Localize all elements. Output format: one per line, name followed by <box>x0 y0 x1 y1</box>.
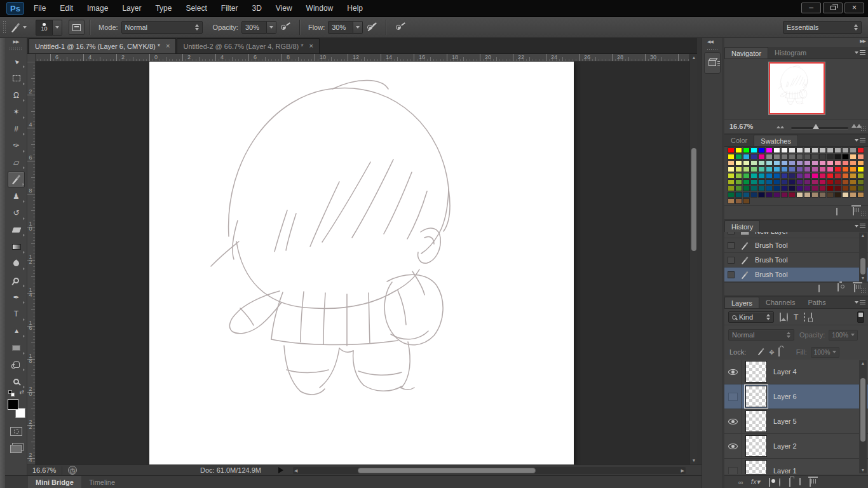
zoom-out-icon[interactable] <box>776 126 784 128</box>
dodge-tool[interactable] <box>8 273 25 288</box>
layer-blend-mode-select[interactable]: Normal <box>728 329 794 341</box>
menu-3d[interactable]: 3D <box>245 0 268 17</box>
swatch[interactable] <box>735 198 742 204</box>
menu-select[interactable]: Select <box>179 0 214 17</box>
strip-grip[interactable] <box>707 48 718 51</box>
filter-toggle-switch[interactable] <box>857 311 864 323</box>
swatch[interactable] <box>857 173 864 179</box>
swatch[interactable] <box>804 154 811 159</box>
tablet-pressure-opacity-icon[interactable] <box>280 22 290 32</box>
history-source-checkbox[interactable] <box>728 242 735 249</box>
scroll-up-icon[interactable]: ▲ <box>859 233 867 239</box>
layer-visibility-cell[interactable] <box>724 459 742 475</box>
swatch[interactable] <box>834 154 841 159</box>
pen-tool[interactable]: ✒ <box>8 289 25 305</box>
layer-visibility-cell[interactable] <box>724 360 742 384</box>
close-button[interactable]: × <box>844 3 864 13</box>
navigator-proxy-view[interactable] <box>769 62 825 114</box>
swatch[interactable] <box>735 186 742 191</box>
link-layers-button[interactable]: ∞ <box>738 478 742 486</box>
collapse-tools-button[interactable]: ▶▶ <box>5 39 27 44</box>
swatch[interactable] <box>804 179 811 185</box>
swatch[interactable] <box>750 147 757 153</box>
opacity-arrow[interactable] <box>267 21 276 34</box>
layer-thumbnail[interactable] <box>745 386 767 407</box>
swatch[interactable] <box>827 192 834 198</box>
swatch[interactable] <box>819 147 826 153</box>
swatch[interactable] <box>766 179 773 185</box>
swatch[interactable] <box>850 154 857 159</box>
status-clock-icon[interactable]: ◷ <box>68 466 77 475</box>
history-scrollbar[interactable]: ▲ ▼ <box>859 233 867 281</box>
swatch[interactable] <box>842 173 849 179</box>
swatch[interactable] <box>857 147 864 153</box>
swatch[interactable] <box>728 186 735 191</box>
add-layer-mask-button[interactable] <box>769 478 770 486</box>
layer-row[interactable]: Layer 5 <box>724 409 868 434</box>
delete-state-button[interactable] <box>854 284 855 292</box>
swatch[interactable] <box>773 154 780 159</box>
panel-resize-grip[interactable] <box>860 288 867 294</box>
layers-scroll-thumb[interactable] <box>860 378 865 442</box>
crop-tool[interactable]: # <box>8 121 25 137</box>
swatch[interactable] <box>804 173 811 179</box>
panel-resize-grip[interactable] <box>860 211 867 217</box>
brush-tool[interactable] <box>8 172 25 187</box>
swatch[interactable] <box>766 186 773 191</box>
lock-all-icon[interactable] <box>778 348 780 356</box>
history-source-checkbox[interactable] <box>728 271 735 278</box>
airbrush-icon[interactable] <box>395 22 405 32</box>
workspace-select[interactable]: Essentials <box>783 21 862 34</box>
document-tab-untitled-2[interactable]: Untitled-2 @ 66.7% (Layer 4, RGB/8) * × <box>177 38 320 53</box>
swatch[interactable] <box>850 160 857 166</box>
flow-value[interactable]: 30% <box>328 21 353 34</box>
vertical-scroll-thumb[interactable] <box>691 148 696 251</box>
tab-channels[interactable]: Channels <box>759 297 801 308</box>
filter-smart-objects-icon[interactable] <box>811 313 812 321</box>
swatch[interactable] <box>781 179 788 185</box>
foreground-color-swatch[interactable] <box>8 399 18 410</box>
swatch[interactable] <box>781 147 788 153</box>
filter-shape-layers-icon[interactable] <box>804 313 805 321</box>
swatch[interactable] <box>827 147 834 153</box>
zoom-level-field[interactable]: 16.67% <box>31 466 62 475</box>
swatch[interactable] <box>781 192 788 198</box>
swatch[interactable] <box>819 154 826 159</box>
layer-row[interactable]: Layer 4 <box>724 360 868 384</box>
swatch[interactable] <box>796 147 803 153</box>
swatch[interactable] <box>857 154 864 159</box>
swatch[interactable] <box>857 186 864 191</box>
document-tab-untitled-1[interactable]: Untitled-1 @ 16.7% (Layer 6, CMYK/8) * × <box>29 38 176 53</box>
layer-thumbnail[interactable] <box>745 460 767 474</box>
swatch[interactable] <box>735 179 742 185</box>
swatch[interactable] <box>758 173 765 179</box>
swatch[interactable] <box>735 192 742 198</box>
path-selection-tool[interactable]: ► <box>8 323 25 339</box>
new-document-from-state-button[interactable] <box>818 285 820 293</box>
menu-view[interactable]: View <box>269 0 299 17</box>
swatch[interactable] <box>728 198 735 204</box>
filter-kind-select[interactable]: Kind <box>728 311 774 323</box>
history-item[interactable]: New Layer <box>724 232 868 238</box>
new-group-button[interactable] <box>789 478 790 486</box>
eraser-tool[interactable] <box>8 222 25 238</box>
tab-history[interactable]: History <box>724 220 760 232</box>
new-layer-button[interactable] <box>799 478 801 486</box>
navigator-zoom-slider[interactable] <box>791 127 848 129</box>
swatch[interactable] <box>834 147 841 153</box>
swatch[interactable] <box>743 186 750 191</box>
swatch[interactable] <box>743 179 750 185</box>
swatch[interactable] <box>758 179 765 185</box>
filter-adjustment-layers-icon[interactable] <box>787 313 788 321</box>
tab-swatches[interactable]: Swatches <box>754 135 798 146</box>
zoom-tool[interactable] <box>8 374 25 390</box>
lasso-tool[interactable]: Ω <box>8 87 25 103</box>
swatch[interactable] <box>819 192 826 198</box>
rectangle-tool[interactable] <box>8 340 25 356</box>
swatch[interactable] <box>850 173 857 179</box>
swatch[interactable] <box>743 166 750 172</box>
swatch[interactable] <box>781 166 788 172</box>
swatch[interactable] <box>811 192 818 198</box>
swatch[interactable] <box>735 173 742 179</box>
expand-panels-button[interactable]: ◀◀ <box>707 39 713 44</box>
